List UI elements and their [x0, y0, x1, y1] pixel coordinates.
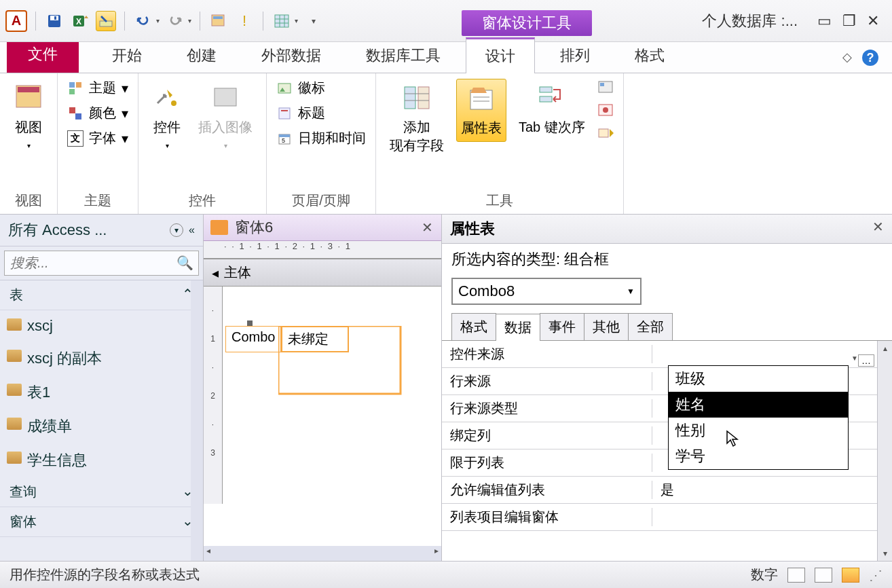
view-design-icon[interactable] [842, 568, 859, 583]
svg-rect-41 [599, 129, 608, 137]
dropdown-item[interactable]: 学号 [669, 443, 848, 469]
prop-tab-other[interactable]: 其他 [584, 313, 629, 340]
dropdown-item[interactable]: 班级 [669, 366, 848, 392]
nav-header[interactable]: 所有 Access ... ▾ « [0, 215, 203, 246]
code-icon[interactable] [597, 102, 614, 118]
close-property-sheet-icon[interactable]: ✕ [872, 219, 884, 239]
combo-label[interactable]: Combo [225, 326, 281, 352]
nav-collapse-icon[interactable]: « [189, 224, 195, 236]
tab-design[interactable]: 设计 [466, 37, 535, 73]
tab-external[interactable]: 外部数据 [242, 38, 341, 73]
section-header[interactable]: ◂主体 [204, 259, 441, 287]
svg-text:X: X [76, 17, 81, 26]
fonts-button[interactable]: 文字体 ▾ [67, 129, 128, 147]
navigation-pane: 所有 Access ... ▾ « 🔍 表⌃ xscj xscj 的副本 表1 … [0, 215, 204, 561]
property-sheet-title: 属性表 [450, 219, 495, 239]
contextual-tab-title: 窗体设计工具 [462, 10, 592, 36]
svg-rect-7 [213, 16, 223, 19]
warning-icon[interactable]: ! [234, 11, 255, 31]
collapse-ribbon-icon[interactable]: ◇ [842, 50, 852, 66]
redo-icon[interactable] [165, 11, 185, 31]
form-icon[interactable] [208, 11, 229, 31]
controls-gallery-button[interactable]: 控件▾ [148, 79, 186, 153]
form-icon [210, 220, 228, 235]
prop-row[interactable]: 控件来源 [442, 341, 877, 368]
tab-format[interactable]: 格式 [615, 38, 684, 73]
prop-tab-all[interactable]: 全部 [628, 313, 673, 340]
insert-image-button[interactable]: 插入图像▾ [194, 79, 257, 153]
hscrollbar[interactable]: ◂▸ [204, 546, 441, 561]
group-tools: 工具 [386, 189, 614, 213]
property-sheet-button[interactable]: 属性表 [456, 79, 506, 142]
themes-button[interactable]: 主题 ▾ [67, 79, 128, 97]
qat-customize-icon[interactable]: ▾ [303, 11, 324, 31]
title-button[interactable]: 标题 [276, 104, 366, 122]
minimize-icon[interactable]: ▭ [815, 10, 834, 33]
ruler-horizontal: · · 1 · 1 · 1 · 2 · 1 · 3 · 1 [204, 241, 441, 259]
svg-rect-15 [69, 82, 75, 88]
tab-order-button[interactable]: Tab 键次序 [515, 79, 589, 141]
view-datasheet-icon[interactable] [815, 568, 832, 583]
close-tab-icon[interactable]: ✕ [422, 219, 433, 236]
access-logo[interactable]: A [5, 10, 27, 32]
excel-export-icon[interactable]: X [70, 11, 90, 31]
svg-rect-18 [69, 107, 75, 113]
prop-tab-event[interactable]: 事件 [540, 313, 584, 340]
logo-button[interactable]: 徽标 [276, 79, 366, 97]
design-icon[interactable] [96, 11, 116, 31]
add-fields-button[interactable]: 添加 现有字段 [386, 79, 448, 159]
nav-scrollbar[interactable] [191, 280, 203, 561]
search-input[interactable] [4, 251, 199, 276]
combo-unbound[interactable]: 未绑定 [281, 326, 349, 352]
app-title: 个人数据库 :... [702, 11, 804, 31]
combo-control[interactable]: Combo 未绑定 [225, 326, 349, 352]
close-icon[interactable]: ✕ [864, 10, 882, 33]
prop-row[interactable]: 列表项目编辑窗体 [442, 504, 877, 531]
svg-rect-23 [279, 108, 290, 119]
tab-dbtools[interactable]: 数据库工具 [346, 38, 460, 73]
nav-group-forms[interactable]: 窗体⌄ [0, 507, 203, 537]
svg-rect-14 [18, 87, 39, 92]
nav-table-item[interactable]: xscj 的副本 [0, 342, 203, 375]
prop-tab-format[interactable]: 格式 [451, 313, 496, 340]
dropdown-item[interactable]: 性别 [669, 418, 848, 443]
tab-create[interactable]: 创建 [167, 38, 236, 73]
status-hint: 用作控件源的字段名称或表达式 [10, 566, 200, 584]
nav-table-item[interactable]: 表1 [0, 375, 203, 409]
subform-icon[interactable] [597, 79, 614, 95]
nav-table-item[interactable]: 学生信息 [0, 443, 203, 477]
nav-table-item[interactable]: xscj [0, 310, 203, 342]
view-form-icon[interactable] [787, 568, 805, 583]
datasheet-icon[interactable] [272, 11, 292, 31]
resize-grip-icon[interactable]: ⋰ [869, 567, 882, 583]
nav-search: 🔍 [0, 246, 203, 280]
undo-icon[interactable] [133, 11, 153, 31]
nav-group-tables[interactable]: 表⌃ [0, 280, 203, 310]
search-icon[interactable]: 🔍 [176, 255, 193, 271]
convert-macros-icon[interactable] [597, 125, 614, 141]
nav-dropdown-icon[interactable]: ▾ [170, 223, 183, 237]
help-icon[interactable]: ? [862, 50, 878, 66]
svg-rect-19 [75, 113, 81, 120]
form-tab[interactable]: 窗体6 ✕ [204, 215, 441, 241]
object-selector[interactable]: Combo8 [451, 278, 642, 305]
ribbon-tabs: 文件 开始 创建 外部数据 数据库工具 设计 排列 格式 ◇ ? [0, 42, 892, 73]
svg-rect-17 [69, 89, 75, 94]
prop-tab-data[interactable]: 数据 [496, 314, 540, 341]
ruler-vertical: ·1·2·3 [204, 287, 223, 504]
restore-icon[interactable]: ❐ [840, 10, 859, 33]
prop-scrollbar[interactable]: ▴▾ [877, 341, 892, 561]
save-icon[interactable] [44, 11, 64, 31]
dropdown-item[interactable]: 姓名 [669, 392, 848, 418]
prop-row[interactable]: 允许编辑值列表是 [442, 477, 877, 504]
section-icon: ◂ [212, 265, 219, 281]
colors-button[interactable]: 颜色 ▾ [67, 104, 128, 122]
nav-group-queries[interactable]: 查询⌄ [0, 477, 203, 507]
datetime-button[interactable]: 5日期和时间 [276, 129, 366, 147]
ribbon: 视图▾ 视图 主题 ▾ 颜色 ▾ 文字体 ▾ 主题 控件▾ 插入图像▾ 控件 [0, 73, 892, 215]
tab-start[interactable]: 开始 [92, 38, 162, 73]
view-button[interactable]: 视图▾ [10, 79, 48, 153]
svg-rect-28 [405, 87, 415, 109]
tab-arrange[interactable]: 排列 [540, 38, 610, 73]
nav-table-item[interactable]: 成绩单 [0, 409, 203, 443]
